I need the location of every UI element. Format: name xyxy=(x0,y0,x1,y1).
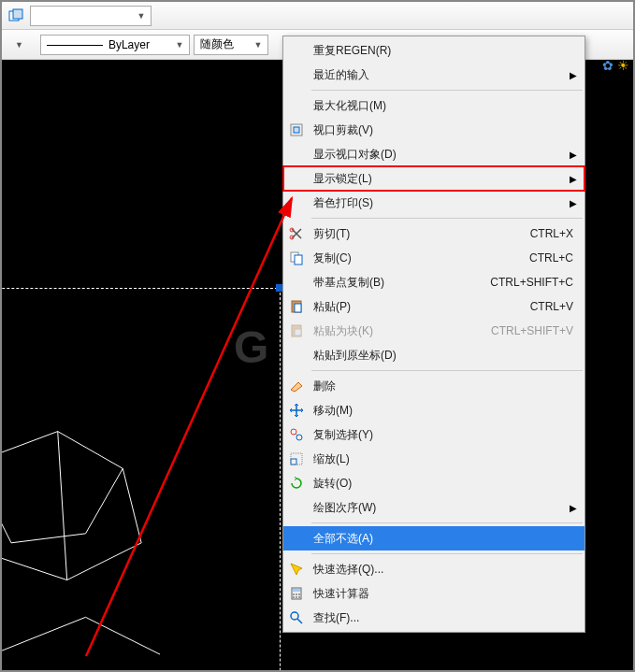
toolbar-row-1: ▼ xyxy=(2,2,633,30)
chevron-down-icon: ▼ xyxy=(172,40,187,50)
color-value: 随颜色 xyxy=(196,36,251,52)
menu-scale[interactable]: 缩放(L) xyxy=(283,447,584,471)
menu-copy[interactable]: 复制(C) CTRL+C xyxy=(283,246,584,270)
submenu-arrow-icon: ▶ xyxy=(568,503,579,513)
svg-rect-14 xyxy=(291,459,296,465)
svg-point-24 xyxy=(291,612,298,620)
menu-copy-selection[interactable]: 复制选择(Y) xyxy=(283,422,584,447)
menu-paste-original-coords[interactable]: 粘贴到原坐标(D) xyxy=(283,343,584,367)
scissors-icon xyxy=(283,222,310,246)
menu-paste[interactable]: 粘贴(P) CTRL+V xyxy=(283,294,584,319)
erase-icon xyxy=(283,374,310,398)
menu-move[interactable]: 移动(M) xyxy=(283,398,584,422)
menu-rotate[interactable]: 旋转(O) xyxy=(283,471,584,495)
svg-rect-11 xyxy=(295,329,301,336)
menu-draw-order[interactable]: 绘图次序(W) ▶ xyxy=(283,495,584,520)
layer-dropdown[interactable]: ▼ xyxy=(30,6,152,26)
svg-point-21 xyxy=(293,596,295,598)
context-menu: 重复REGEN(R) 最近的输入 ▶ 最大化视口(M) 视口剪裁(V) 显示视口… xyxy=(282,36,585,633)
menu-copy-with-base[interactable]: 带基点复制(B) CTRL+SHIFT+C xyxy=(283,270,584,294)
svg-rect-7 xyxy=(295,255,302,265)
find-icon xyxy=(283,606,310,630)
sun-icon[interactable]: ☀ xyxy=(617,58,629,73)
rotate-icon xyxy=(283,471,310,495)
clip-icon xyxy=(283,118,310,142)
menu-regen[interactable]: 重复REGEN(R) xyxy=(283,38,584,63)
menu-cut[interactable]: 剪切(T) CTRL+X xyxy=(283,222,584,246)
svg-rect-1 xyxy=(13,9,22,19)
paste-icon xyxy=(283,294,310,319)
color-dropdown[interactable]: 随颜色 ▼ xyxy=(194,35,268,55)
menu-erase[interactable]: 删除 xyxy=(283,374,584,398)
svg-point-23 xyxy=(298,596,300,598)
copy-selection-icon xyxy=(283,422,310,447)
svg-point-18 xyxy=(293,593,295,595)
svg-point-20 xyxy=(298,593,300,595)
menu-find[interactable]: 查找(F)... xyxy=(283,606,584,630)
menu-separator xyxy=(311,218,583,219)
menu-paste-as-block[interactable]: 粘贴为块(K) CTRL+SHIFT+V xyxy=(283,319,584,343)
move-icon xyxy=(283,398,310,422)
menu-separator xyxy=(311,90,583,91)
menu-show-viewport-objects[interactable]: 显示视口对象(D) ▶ xyxy=(283,142,584,166)
menu-separator xyxy=(311,553,583,554)
submenu-arrow-icon: ▶ xyxy=(568,150,579,160)
svg-rect-17 xyxy=(293,589,300,592)
menu-show-lock[interactable]: 显示锁定(L) ▶ xyxy=(283,166,584,191)
svg-point-19 xyxy=(296,593,297,595)
menu-maximize-viewport[interactable]: 最大化视口(M) xyxy=(283,93,584,118)
submenu-arrow-icon: ▶ xyxy=(568,198,579,208)
menu-shade-plot[interactable]: 着色打印(S) ▶ xyxy=(283,191,584,215)
chevron-down-icon[interactable]: ▼ xyxy=(15,40,23,50)
settings-icons: ✿ ☀ xyxy=(602,58,629,73)
menu-quick-select[interactable]: 快速选择(Q)... xyxy=(283,557,584,581)
layer-properties-button[interactable] xyxy=(6,6,26,26)
quick-select-icon xyxy=(283,557,310,581)
linetype-value: ByLayer xyxy=(43,38,172,51)
submenu-arrow-icon: ▶ xyxy=(568,70,579,80)
chevron-down-icon: ▼ xyxy=(134,11,149,21)
svg-point-22 xyxy=(296,596,297,598)
menu-quick-calc[interactable]: 快速计算器 xyxy=(283,581,584,606)
menu-separator xyxy=(311,370,583,371)
paste-block-icon xyxy=(283,319,310,343)
svg-rect-3 xyxy=(294,127,299,133)
calculator-icon xyxy=(283,581,310,606)
menu-separator xyxy=(311,522,583,523)
submenu-arrow-icon: ▶ xyxy=(568,174,579,184)
chevron-down-icon: ▼ xyxy=(251,40,266,50)
scale-icon xyxy=(283,447,310,471)
menu-viewport-clip[interactable]: 视口剪裁(V) xyxy=(283,118,584,142)
svg-rect-9 xyxy=(295,304,301,312)
menu-deselect-all[interactable]: 全部不选(A) xyxy=(283,526,584,550)
menu-recent-input[interactable]: 最近的输入 ▶ xyxy=(283,63,584,87)
copy-icon xyxy=(283,246,310,270)
gear-icon[interactable]: ✿ xyxy=(602,58,613,73)
linetype-dropdown[interactable]: ByLayer ▼ xyxy=(40,35,190,55)
